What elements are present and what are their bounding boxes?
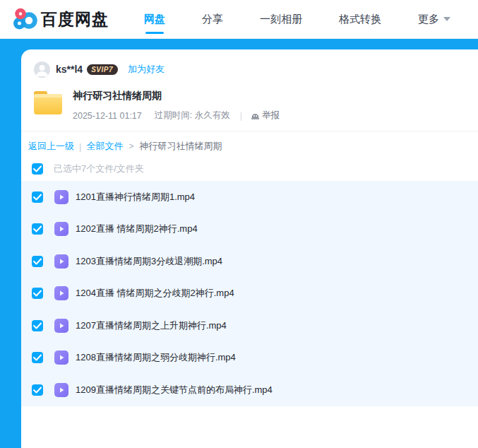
file-row[interactable]: 1202直播 情绪周期2神行.mp4 [21, 213, 478, 246]
chevron-down-icon [443, 17, 450, 21]
nav-tab-share[interactable]: 分享 [202, 0, 223, 39]
expire-info: 过期时间: 永久有效 [155, 110, 230, 122]
breadcrumb-separator: | [79, 141, 81, 152]
video-file-icon [54, 286, 68, 300]
file-row[interactable]: 1208直播情绪周期之弱分歧期神行.mp4 [21, 342, 478, 375]
video-file-icon [54, 222, 68, 236]
owner-username: ks**l4 [56, 64, 83, 75]
file-list: 1201直播神行情绪周期1.mp4 1202直播 情绪周期2神行.mp4 120… [21, 181, 478, 406]
breadcrumb-all-files-link[interactable]: 全部文件 [86, 140, 123, 153]
video-file-icon [54, 190, 68, 204]
file-name[interactable]: 1209直播情绪周期之关键节点前的布局神行.mp4 [76, 384, 273, 396]
file-name[interactable]: 1203直播情绪周期3分歧退潮期.mp4 [76, 255, 222, 268]
file-row[interactable]: 1209直播情绪周期之关键节点前的布局神行.mp4 [21, 374, 478, 406]
file-row[interactable]: 1201直播神行情绪周期1.mp4 [21, 181, 478, 213]
shared-folder-summary: 神行研习社情绪周期 2025-12-11 01:17 过期时间: 永久有效 | … [32, 87, 280, 122]
vertical-divider: | [240, 111, 242, 121]
baidu-netdisk-share-page: 百度网盘 网盘 分享 一刻相册 格式转换 更多 [0, 0, 478, 448]
file-row[interactable]: 1204直播 情绪周期之分歧期2神行.mp4 [21, 278, 478, 310]
breadcrumb: 返回上一级 | 全部文件 > 神行研习社情绪周期 [28, 140, 222, 153]
video-file-icon [54, 383, 68, 397]
video-file-icon [54, 254, 68, 269]
brand[interactable]: 百度网盘 [13, 8, 109, 30]
breadcrumb-chevron: > [129, 141, 133, 151]
file-name[interactable]: 1201直播神行情绪周期1.mp4 [76, 191, 195, 204]
nav-tab-more[interactable]: 更多 [418, 0, 450, 39]
row-checkbox[interactable] [32, 256, 43, 267]
row-checkbox[interactable] [32, 320, 43, 331]
baidu-netdisk-logo-icon [13, 8, 38, 30]
row-checkbox[interactable] [32, 288, 43, 299]
report-alarm-icon [251, 111, 260, 120]
brand-title: 百度网盘 [41, 8, 109, 30]
select-all-checkbox[interactable] [32, 163, 43, 175]
row-checkbox[interactable] [32, 384, 43, 396]
nav-tab-photos[interactable]: 一刻相册 [260, 0, 302, 39]
svip-badge: SVIP7 [87, 64, 118, 75]
file-name[interactable]: 1202直播 情绪周期2神行.mp4 [76, 223, 198, 235]
select-all-row: 已选中7个文件/文件夹 [32, 163, 144, 175]
folder-sub-info: 2025-12-11 01:17 过期时间: 永久有效 | 举报 [73, 110, 280, 122]
file-row[interactable]: 1203直播情绪周期3分歧退潮期.mp4 [21, 245, 478, 278]
file-name[interactable]: 1207直播情绪周期之上升期神行.mp4 [76, 319, 227, 332]
row-checkbox[interactable] [32, 352, 43, 363]
breadcrumb-back-link[interactable]: 返回上一级 [28, 140, 74, 153]
row-checkbox[interactable] [32, 191, 43, 203]
file-row[interactable]: 1207直播情绪周期之上升期神行.mp4 [21, 310, 478, 342]
report-button[interactable]: 举报 [251, 110, 280, 122]
folder-meta: 神行研习社情绪周期 2025-12-11 01:17 过期时间: 永久有效 | … [73, 87, 280, 122]
avatar [34, 61, 50, 78]
share-owner-row: ks**l4 SVIP7 加为好友 [34, 61, 165, 78]
breadcrumb-current-folder: 神行研习社情绪周期 [139, 140, 222, 153]
top-navigation-bar: 百度网盘 网盘 分享 一刻相册 格式转换 更多 [0, 0, 478, 39]
report-label: 举报 [262, 110, 280, 122]
folder-icon [32, 87, 64, 118]
share-content-card: ks**l4 SVIP7 加为好友 神行研习社情绪周期 202 [21, 49, 478, 448]
nav-tab-netdisk[interactable]: 网盘 [144, 0, 165, 39]
primary-nav: 网盘 分享 一刻相册 格式转换 更多 [144, 0, 450, 39]
file-name[interactable]: 1204直播 情绪周期之分歧期2神行.mp4 [76, 287, 234, 300]
add-friend-link[interactable]: 加为好友 [128, 63, 165, 76]
share-time: 2025-12-11 01:17 [73, 111, 142, 121]
file-name[interactable]: 1208直播情绪周期之弱分歧期神行.mp4 [76, 351, 236, 364]
video-file-icon [54, 350, 68, 365]
folder-name: 神行研习社情绪周期 [73, 90, 280, 102]
video-file-icon [54, 319, 68, 333]
row-checkbox[interactable] [32, 223, 43, 235]
section-divider [21, 131, 478, 131]
selection-summary: 已选中7个文件/文件夹 [54, 163, 144, 175]
nav-tab-format-convert[interactable]: 格式转换 [339, 0, 381, 39]
